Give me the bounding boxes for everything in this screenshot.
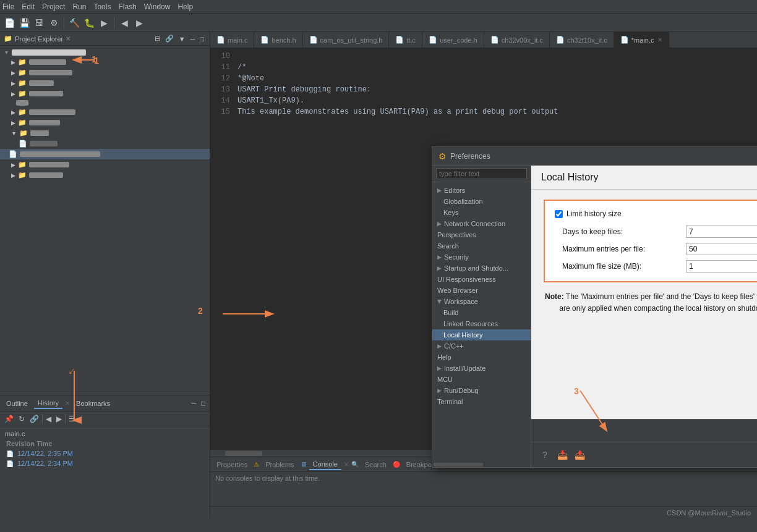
max-entries-input[interactable] xyxy=(686,243,757,255)
menu-flash[interactable]: Flash xyxy=(118,2,136,11)
dtree-mcu[interactable]: MCU xyxy=(432,374,531,385)
history-entry-1[interactable]: 📄 12/14/22, 2:35 PM xyxy=(2,449,207,458)
maximize-bottom-btn[interactable]: □ xyxy=(199,399,207,408)
dtree-cpp-label: C/C++ xyxy=(444,342,464,350)
menu-tools[interactable]: Tools xyxy=(93,2,111,11)
editor-tab-main-c-active-close[interactable]: ✕ xyxy=(657,36,662,43)
toolbar-save-all-btn[interactable]: 🖫 xyxy=(32,16,46,30)
tree-item-peripheral[interactable]: ▶ 📁 xyxy=(0,107,210,117)
console-tab-search[interactable]: Search xyxy=(361,460,390,470)
history-refresh-btn[interactable]: ↻ xyxy=(17,414,27,424)
menu-window[interactable]: Window xyxy=(144,2,171,11)
days-keep-input[interactable] xyxy=(686,226,757,238)
menu-project[interactable]: Project xyxy=(42,2,65,11)
dtree-workspace[interactable]: ▶ Workspace xyxy=(432,296,531,307)
project-explorer-close[interactable]: ✕ xyxy=(66,35,71,42)
minimize-btn[interactable]: ─ xyxy=(189,34,197,43)
toolbar-save-btn[interactable]: 💾 xyxy=(17,16,31,30)
console-tab-console[interactable]: Console xyxy=(309,459,341,470)
dtree-perspectives[interactable]: Perspectives xyxy=(432,229,531,240)
tree-item-debug[interactable]: ▶ 📁 xyxy=(0,88,210,99)
dtree-network[interactable]: ▶ Network Connection xyxy=(432,218,531,229)
tree-item-core[interactable]: ▶ 📁 xyxy=(0,78,210,88)
tab-history[interactable]: History xyxy=(34,398,62,409)
dtree-install-update[interactable]: ▶ Install/Update xyxy=(432,363,531,374)
menu-help[interactable]: Help xyxy=(177,2,193,11)
editor-tab-main-c-active[interactable]: 📄 *main.c ✕ xyxy=(614,32,670,48)
maximize-btn[interactable]: □ xyxy=(198,34,206,43)
history-nav-right-btn[interactable]: ▶ xyxy=(54,414,64,424)
dtree-build[interactable]: Build xyxy=(432,307,531,318)
limit-history-checkbox[interactable] xyxy=(555,210,563,218)
dialog-filter-input[interactable] xyxy=(436,168,527,179)
tree-item-startup[interactable]: ▶ 📁 xyxy=(0,117,210,128)
tree-item-sources[interactable]: ▶ 📁 xyxy=(0,57,210,67)
dialog-export-btn[interactable]: 📤 xyxy=(572,447,587,462)
tree-item-file1[interactable]: 📄 xyxy=(0,138,210,149)
tree-item-folder2[interactable]: ▶ 📁 xyxy=(0,159,210,170)
tree-item-peripheral-label xyxy=(29,109,75,115)
dialog-import-btn[interactable]: 📥 xyxy=(555,447,570,462)
toolbar-back-btn[interactable]: ◀ xyxy=(118,16,131,30)
tree-item-nt[interactable] xyxy=(0,99,210,107)
toolbar-build-btn[interactable]: 🔨 xyxy=(67,16,81,30)
console-tab-properties[interactable]: Properties xyxy=(213,460,251,470)
minimize-bottom-btn[interactable]: ─ xyxy=(190,399,199,408)
editor-tab-cam[interactable]: 📄 cam_os_util_string.h xyxy=(303,32,390,48)
dtree-ui-responsiveness[interactable]: UI Responsiveness xyxy=(432,274,531,285)
dtree-cpp[interactable]: ▶ C/C++ xyxy=(432,340,531,352)
dtree-globalization[interactable]: Globalization xyxy=(432,196,531,207)
menu-file[interactable]: File xyxy=(2,2,14,11)
dtree-terminal[interactable]: Terminal xyxy=(432,396,531,407)
tree-item-file2[interactable]: 📄 xyxy=(0,149,210,159)
dtree-editors[interactable]: ▶ Editors xyxy=(432,185,531,196)
history-entry-2[interactable]: 📄 12/14/22, 2:34 PM xyxy=(2,458,207,468)
project-tree[interactable]: ▼ ▶ 📁 ▶ 📁 ▶ 📁 ▶ 📁 xyxy=(0,46,210,395)
editor-tab-bench-h[interactable]: 📄 bench.h xyxy=(254,32,302,48)
dtree-help[interactable]: Help xyxy=(432,352,531,363)
toolbar-run-btn[interactable]: ▶ xyxy=(97,16,111,30)
dtree-search[interactable]: Search xyxy=(432,240,531,251)
history-toolbar: 📌 ↻ 🔗 ◀ ▶ ☰ xyxy=(0,412,210,426)
toolbar-debug-btn[interactable]: 🐛 xyxy=(82,16,96,30)
console-tab-close[interactable]: ✕ xyxy=(344,461,349,468)
history-nav-left-btn[interactable]: ◀ xyxy=(44,414,53,424)
editor-tab-ch32v[interactable]: 📄 ch32v00x_it.c xyxy=(484,32,550,48)
view-menu-btn[interactable]: ▼ xyxy=(177,34,187,43)
toolbar-new-btn[interactable]: 📄 xyxy=(2,16,16,30)
editor-tab-tt[interactable]: 📄 tt.c xyxy=(389,32,422,48)
history-link-btn[interactable]: 🔗 xyxy=(28,414,41,424)
dialog-tree-scrollbar[interactable] xyxy=(434,463,483,467)
dtree-web-browser[interactable]: Web Browser xyxy=(432,285,531,296)
editor-tab-user-code[interactable]: 📄 user_code.h xyxy=(422,32,484,48)
dtree-startup[interactable]: ▶ Startup and Shutdo... xyxy=(432,263,531,274)
dtree-keys[interactable]: Keys xyxy=(432,207,531,218)
dtree-security[interactable]: ▶ Security xyxy=(432,251,531,263)
max-size-input[interactable] xyxy=(686,260,757,272)
tree-item-includes[interactable]: ▶ 📁 xyxy=(0,67,210,78)
limit-history-label[interactable]: Limit history size xyxy=(567,209,622,218)
history-view-btn[interactable]: ☰ xyxy=(67,414,77,424)
dialog-help-btn[interactable]: ? xyxy=(537,447,552,462)
collapse-all-btn[interactable]: ⊟ xyxy=(153,34,162,43)
history-pin-btn[interactable]: 📌 xyxy=(2,414,15,424)
editor-tab-ch32f[interactable]: 📄 ch32f10x_it.c xyxy=(550,32,614,48)
toolbar-btn4[interactable]: ⚙ xyxy=(47,16,61,30)
tree-item-folder3[interactable]: ▶ 📁 xyxy=(0,170,210,180)
dtree-linked-resources[interactable]: Linked Resources xyxy=(432,318,531,329)
tab-history-close[interactable]: ✕ xyxy=(65,400,70,407)
editor-tab-main-c[interactable]: 📄 main.c xyxy=(210,32,254,48)
tab-bookmarks[interactable]: Bookmarks xyxy=(72,399,114,408)
dtree-run-debug[interactable]: ▶ Run/Debug xyxy=(432,385,531,396)
toolbar-fwd-btn[interactable]: ▶ xyxy=(132,16,146,30)
tree-item-user[interactable]: ▼ 📁 xyxy=(0,128,210,138)
tab-outline[interactable]: Outline xyxy=(2,399,32,408)
menu-edit[interactable]: Edit xyxy=(22,2,35,11)
console-tab-problems[interactable]: Problems xyxy=(262,460,297,470)
tree-root[interactable]: ▼ xyxy=(0,48,210,57)
menu-run[interactable]: Run xyxy=(72,2,86,11)
dialog-body: ▶ Editors Globalization Keys ▶ Network C… xyxy=(432,166,757,467)
dtree-local-history[interactable]: Local History xyxy=(432,329,531,340)
link-with-editor-btn[interactable]: 🔗 xyxy=(163,34,176,43)
editor-hscrollbar-thumb[interactable] xyxy=(225,451,262,456)
